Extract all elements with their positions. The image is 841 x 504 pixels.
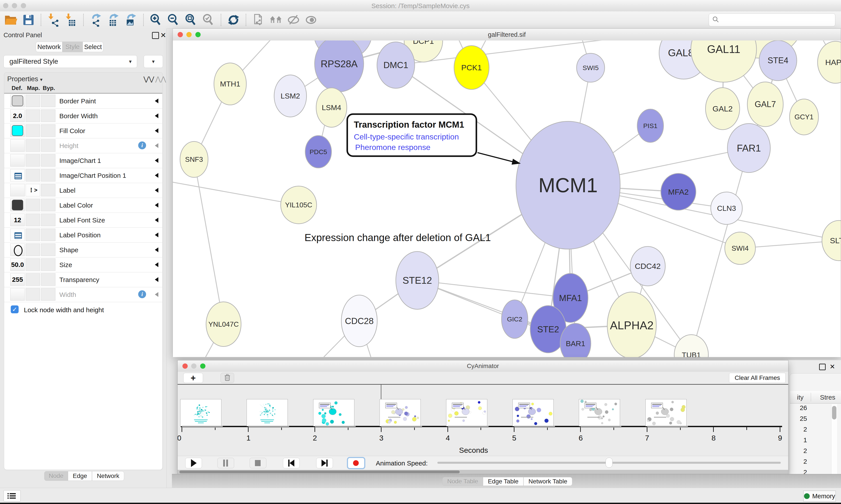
collapse-arrow-icon[interactable] [155,158,158,163]
scrollbar-thumb[interactable] [832,406,836,419]
property-default-cell[interactable] [10,139,25,152]
table-column-header[interactable]: Stres [820,394,835,401]
show-all-icon[interactable] [304,13,318,27]
previous-frame-button[interactable] [283,458,300,468]
stop-button[interactable] [250,458,266,468]
frame-thumbnail-0[interactable] [180,399,221,426]
collapse-arrow-icon[interactable] [155,203,158,208]
node-pis1[interactable]: PIS1 [637,109,664,142]
collapse-arrow-icon[interactable] [155,277,158,282]
collapse-arrow-icon[interactable] [155,233,158,237]
import-table-icon[interactable] [64,13,78,27]
node-swi4[interactable]: SWI4 [725,232,755,265]
node-ste4[interactable]: STE4 [759,40,797,80]
edge[interactable] [194,159,223,324]
first-neighbors-icon[interactable] [269,13,283,27]
tab-style[interactable]: Style [62,41,83,52]
node-gcy1[interactable]: GCY1 [789,99,819,135]
close-panel-icon[interactable]: ✕ [160,31,166,39]
property-bypass-cell[interactable] [41,288,55,301]
table-row[interactable]: 1 [790,436,807,444]
hide-selected-icon[interactable] [287,13,300,27]
collapse-all-icon[interactable]: ⋀⋀ [155,75,166,83]
property-bypass-cell[interactable] [41,184,55,196]
tab-network-table[interactable]: Network Table [523,477,572,486]
close-panel-icon[interactable]: ✕ [829,363,835,371]
property-mapping-cell[interactable]: ⋮> [25,184,40,196]
node-mfa2[interactable]: MFA2 [661,174,696,210]
property-row[interactable]: Label Position [4,228,162,242]
export-network-icon[interactable] [89,13,103,27]
refresh-icon[interactable] [227,13,240,27]
collapse-arrow-icon[interactable] [155,292,158,297]
table-row[interactable]: 26 [790,404,807,412]
node-pck1[interactable]: PCK1 [454,46,489,89]
frame-thumbnail-3[interactable] [379,399,421,426]
property-default-cell[interactable] [10,124,25,137]
node-dmc1[interactable]: DMC1 [377,42,415,88]
property-default-cell[interactable] [10,244,25,256]
property-default-cell[interactable] [10,229,25,241]
property-row[interactable]: 12Label Font Size [4,213,162,228]
collapse-arrow-icon[interactable] [155,173,158,178]
annotation-link[interactable]: Cell-type-specific transcription [354,132,459,141]
property-bypass-cell[interactable] [41,169,55,181]
frame-thumbnail-1[interactable] [247,399,288,426]
property-bypass-cell[interactable] [41,214,55,226]
property-default-cell[interactable]: 255 [10,273,25,286]
property-bypass-cell[interactable] [41,109,55,122]
export-image-icon[interactable] [124,13,138,27]
speed-slider-thumb[interactable] [606,457,612,468]
node-gal11[interactable]: GAL11 [691,40,756,82]
cyanimator-titlebar[interactable]: CyAnimator [178,360,788,372]
property-bypass-cell[interactable] [41,154,55,167]
table-row[interactable]: 2 [790,458,807,465]
collapse-arrow-icon[interactable] [155,128,158,133]
property-row[interactable]: Widthi [4,287,162,302]
info-icon[interactable]: i [138,290,146,298]
tab-network[interactable]: Network [92,471,124,481]
property-mapping-cell[interactable] [25,258,40,271]
collapse-arrow-icon[interactable] [155,98,158,103]
node-lsm2[interactable]: LSM2 [274,75,307,117]
tab-edge[interactable]: Edge [68,471,92,481]
property-row[interactable]: Fill Color [4,123,162,138]
property-row[interactable]: Border Paint [4,93,162,109]
edge[interactable] [173,181,299,205]
node-cln3[interactable]: CLN3 [711,192,742,224]
table-row[interactable]: 2 [790,447,807,454]
property-default-cell[interactable] [10,184,25,196]
node-lsm4[interactable]: LSM4 [316,88,347,127]
tab-node[interactable]: Node [44,471,68,481]
frame-thumbnail-4[interactable] [446,399,487,426]
property-default-cell[interactable] [10,199,25,211]
node-gic2[interactable]: GIC2 [502,300,528,339]
export-table-icon[interactable] [107,13,120,27]
node-cdc42[interactable]: CDC42 [630,247,665,286]
next-frame-button[interactable] [316,458,333,468]
zoom-fit-icon[interactable] [184,13,198,27]
zoom-out-icon[interactable] [167,13,180,27]
node-ynl047c[interactable]: YNL047C [206,302,241,346]
clone-network-icon[interactable] [252,13,265,27]
collapse-arrow-icon[interactable] [155,143,158,148]
property-bypass-cell[interactable] [41,124,55,137]
property-mapping-cell[interactable] [25,154,40,167]
property-bypass-cell[interactable] [41,244,55,256]
property-default-cell[interactable]: 12 [10,214,25,226]
node-alpha2[interactable]: ALPHA2 [607,292,656,357]
property-bypass-cell[interactable] [41,258,55,271]
property-row[interactable]: 2.0Border Width [4,108,162,124]
node-ste12[interactable]: STE12 [396,252,439,309]
pause-button[interactable] [217,458,234,468]
collapse-arrow-icon[interactable] [155,113,158,118]
node-hap2[interactable]: HAP2 [818,41,841,83]
property-mapping-cell[interactable] [25,199,40,211]
property-row[interactable]: 255Transparency [4,272,162,287]
expand-all-icon[interactable]: ⋁⋁ [143,75,154,83]
node-far1[interactable]: FAR1 [727,124,770,173]
node-snf3[interactable]: SNF3 [180,141,208,177]
property-mapping-cell[interactable] [25,109,40,122]
network-window-titlebar[interactable]: galFiltered.sif [173,29,841,41]
search-input[interactable] [719,16,835,24]
